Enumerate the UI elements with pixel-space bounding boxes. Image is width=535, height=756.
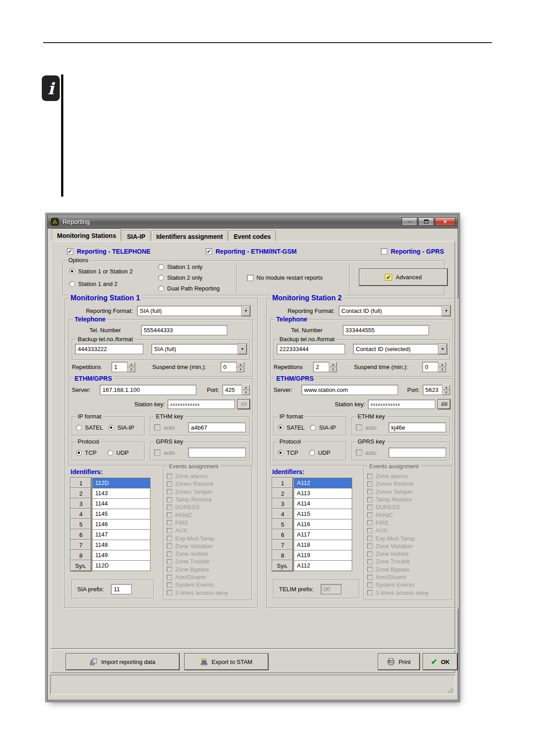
event-checkbox-row[interactable]: Exp.Mod.Tamp. xyxy=(367,534,450,542)
identifier-value[interactable]: A114 xyxy=(294,498,352,509)
radio-station1-and-2[interactable]: Station 1 and 2 xyxy=(69,281,117,287)
station1-station-key-input[interactable]: xxxxxxxxxxxx xyxy=(168,400,235,409)
station2-tel-number-input[interactable]: 333444555 xyxy=(343,325,429,335)
identifier-value[interactable]: A113 xyxy=(294,488,352,499)
spin-up-button[interactable]: ▲ xyxy=(242,385,250,390)
resize-grip[interactable] xyxy=(447,686,454,693)
spin-down-button[interactable]: ▼ xyxy=(237,367,244,373)
view-station-key-button[interactable]: 66 xyxy=(438,400,450,409)
event-checkbox-row[interactable]: System Events xyxy=(367,581,450,589)
station2-repetitions-stepper[interactable]: 2 ▲▼ xyxy=(313,362,337,372)
export-to-stam-button[interactable]: Export to STAM xyxy=(185,654,268,670)
station1-prefix-input[interactable]: 11 xyxy=(111,584,132,594)
station1-backup-format-select[interactable]: SIA (full) ▼ xyxy=(151,344,247,354)
identifier-value[interactable]: 1145 xyxy=(92,509,150,519)
event-checkbox-row[interactable]: Zone alarms xyxy=(367,472,450,480)
event-checkbox-row[interactable]: Zone Trouble xyxy=(167,558,250,565)
station2-gprs-key-input[interactable] xyxy=(389,448,446,457)
station2-prefix-input[interactable]: 00 xyxy=(321,584,341,594)
station1-ethm-key-input[interactable]: a4b67 xyxy=(188,422,246,432)
spin-up-button[interactable]: ▲ xyxy=(438,362,446,367)
chevron-down-icon[interactable]: ▼ xyxy=(442,306,451,316)
station1-suspend-stepper[interactable]: 0 ▲▼ xyxy=(221,362,244,372)
identifier-value[interactable]: 112D xyxy=(92,478,150,488)
identifier-value[interactable]: 1149 xyxy=(92,550,150,561)
station2-backup-format-select[interactable]: Contact ID (selected) ▼ xyxy=(353,344,447,354)
event-checkbox-row[interactable]: Tamp.Restore xyxy=(367,496,450,503)
event-checkbox-row[interactable]: FIRE xyxy=(367,519,450,527)
event-checkbox-row[interactable]: Tamp.Restore xyxy=(167,496,250,503)
identifier-value[interactable]: A118 xyxy=(294,540,352,550)
spin-down-button[interactable]: ▼ xyxy=(128,367,135,373)
radio-sia-ip[interactable]: SIA-IP xyxy=(310,424,336,431)
reporting-gprs-toggle[interactable]: ✓ Reporting - GPRS xyxy=(381,248,444,255)
ethm-key-auto-checkbox[interactable]: auto xyxy=(356,424,376,431)
station1-gprs-key-input[interactable] xyxy=(188,448,246,457)
spin-down-button[interactable]: ▼ xyxy=(329,367,337,373)
event-checkbox-row[interactable]: Zone Violation xyxy=(367,542,450,550)
event-checkbox-row[interactable]: Arm/Disarm xyxy=(367,573,450,581)
print-button[interactable]: Print xyxy=(378,654,420,670)
event-checkbox-row[interactable]: DURESS xyxy=(167,503,250,511)
spin-up-button[interactable]: ▲ xyxy=(237,362,244,367)
event-checkbox-row[interactable]: Zones Restore xyxy=(167,480,250,488)
maximize-button[interactable] xyxy=(418,217,434,226)
event-checkbox-row[interactable]: AUX. xyxy=(367,527,450,534)
identifier-value[interactable]: 1144 xyxy=(92,498,150,509)
radio-station1-or-2[interactable]: Station 1 or Station 2 xyxy=(69,268,133,275)
identifier-value[interactable]: A117 xyxy=(294,529,352,540)
station2-reporting-format-select[interactable]: Contact ID (full) ▼ xyxy=(339,306,451,316)
station2-server-input[interactable]: www.station.com xyxy=(301,385,398,395)
identifier-value[interactable]: 1143 xyxy=(92,488,150,499)
event-checkbox-row[interactable]: Zone alarms xyxy=(167,472,250,480)
spin-up-button[interactable]: ▲ xyxy=(128,362,135,367)
ethm-key-auto-checkbox[interactable]: auto xyxy=(154,424,175,431)
event-checkbox-row[interactable]: Zone Trouble xyxy=(367,558,450,565)
station1-tel-number-input[interactable]: 555444333 xyxy=(141,325,227,335)
chevron-down-icon[interactable]: ▼ xyxy=(238,344,247,354)
spin-up-button[interactable]: ▲ xyxy=(442,385,450,390)
station2-port-stepper[interactable]: 5623 ▲▼ xyxy=(423,385,450,395)
chevron-down-icon[interactable]: ▼ xyxy=(242,306,250,316)
reporting-telephone-toggle[interactable]: ✓ Reporting - TELEPHONE xyxy=(67,248,150,255)
radio-tcp[interactable]: TCP xyxy=(278,449,298,456)
identifier-value[interactable]: 1147 xyxy=(92,529,150,540)
spin-down-button[interactable]: ▼ xyxy=(438,367,446,373)
spin-down-button[interactable]: ▼ xyxy=(442,390,450,396)
identifier-value[interactable]: A112 xyxy=(294,560,352,571)
spin-down-button[interactable]: ▼ xyxy=(242,390,250,396)
event-checkbox-row[interactable]: PANIC xyxy=(167,511,250,519)
event-checkbox-row[interactable]: FIRE xyxy=(167,519,250,527)
station1-reporting-format-select[interactable]: SIA (full) ▼ xyxy=(137,306,250,316)
ok-button[interactable]: ✔ OK xyxy=(423,654,457,670)
radio-satel[interactable]: SATEL xyxy=(76,424,103,431)
station1-repetitions-stepper[interactable]: 1 ▲▼ xyxy=(111,362,135,372)
event-checkbox-row[interactable]: Zone restore xyxy=(167,550,250,558)
station2-suspend-stepper[interactable]: 0 ▲▼ xyxy=(422,362,446,372)
radio-satel[interactable]: SATEL xyxy=(278,424,305,431)
tab[interactable]: SIA-IP xyxy=(122,230,150,241)
no-module-restart-checkbox[interactable]: ✓ No module restart reports xyxy=(247,274,323,281)
tab[interactable]: Identifiers assignment xyxy=(151,230,228,241)
event-checkbox-row[interactable]: DURESS xyxy=(367,503,450,511)
event-checkbox-row[interactable]: Exp.Mod.Tamp. xyxy=(167,534,250,542)
event-checkbox-row[interactable]: Zones Tamper xyxy=(167,488,250,496)
identifier-value[interactable]: A119 xyxy=(294,550,352,561)
event-checkbox-row[interactable]: PANIC xyxy=(367,511,450,519)
event-checkbox-row[interactable]: Arm/Disarm xyxy=(167,573,250,581)
identifier-value[interactable]: A116 xyxy=(294,519,352,530)
identifier-value[interactable]: 1148 xyxy=(92,540,150,550)
radio-dual-path[interactable]: Dual Path Reporting xyxy=(158,285,220,292)
event-checkbox-row[interactable]: System Events xyxy=(167,581,250,589)
advanced-button[interactable]: ✔ Advanced xyxy=(359,269,447,286)
minimize-button[interactable]: – xyxy=(402,217,417,226)
gprs-key-auto-checkbox[interactable]: auto xyxy=(356,449,376,456)
event-checkbox-row[interactable]: AUX. xyxy=(167,527,250,534)
reporting-ethm-toggle[interactable]: ✓ Reporting - ETHM/INT-GSM xyxy=(206,248,296,255)
tab[interactable]: Event codes xyxy=(229,230,275,241)
event-checkbox-row[interactable]: 3 times access deny xyxy=(367,589,450,596)
event-checkbox-row[interactable]: Zones Tamper xyxy=(367,488,450,496)
event-checkbox-row[interactable]: Zone Bypass xyxy=(367,566,450,573)
gprs-key-auto-checkbox[interactable]: auto xyxy=(154,449,175,456)
radio-station1-only[interactable]: Station 1 only xyxy=(158,264,203,270)
